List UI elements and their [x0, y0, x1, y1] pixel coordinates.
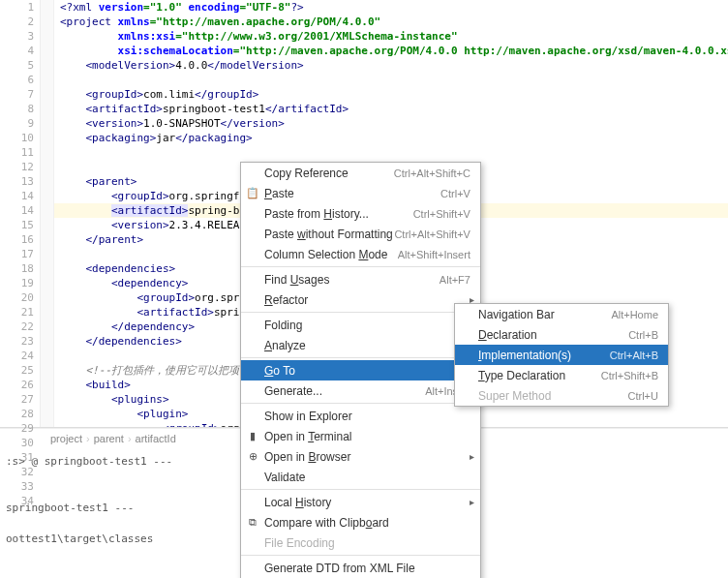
menu-item[interactable]: Generate...Alt+Insert: [241, 380, 480, 401]
code-line[interactable]: [54, 73, 728, 87]
menu-item[interactable]: Paste without FormattingCtrl+Alt+Shift+V: [241, 224, 480, 244]
menu-item[interactable]: ▮Open in Terminal: [241, 426, 480, 446]
code-line[interactable]: <groupId>com.limi</groupId>: [54, 87, 728, 102]
menu-item[interactable]: Analyze▸: [241, 335, 480, 355]
line-gutter: 1234567891011121314141516171819⟳20212223…: [0, 0, 41, 427]
menu-item[interactable]: Local History▸: [241, 492, 480, 512]
menu-icon: 📋: [245, 187, 260, 199]
menu-item[interactable]: Validate: [241, 467, 480, 487]
code-line[interactable]: xmlns:xsi="http://www.w3.org/2001/XMLSch…: [54, 29, 728, 44]
menu-icon: ▮: [245, 430, 260, 442]
gutter-icons: [41, 0, 54, 427]
menu-item[interactable]: Navigation BarAlt+Home: [455, 304, 668, 324]
menu-item[interactable]: Generate DTD from XML File: [241, 558, 480, 578]
menu-item[interactable]: Folding▸: [241, 315, 480, 335]
menu-item: Super MethodCtrl+U: [455, 385, 668, 406]
goto-submenu[interactable]: Navigation BarAlt+HomeDeclarationCtrl+BI…: [454, 303, 669, 407]
menu-item[interactable]: Copy ReferenceCtrl+Alt+Shift+C: [241, 163, 480, 183]
code-line[interactable]: <packaging>jar</packaging>: [54, 131, 728, 145]
menu-item[interactable]: ⧉Compare with Clipboard: [241, 512, 480, 532]
code-line[interactable]: [54, 145, 728, 160]
breadcrumb-item[interactable]: project: [50, 433, 82, 444]
menu-item[interactable]: Type DeclarationCtrl+Shift+B: [455, 365, 668, 385]
breadcrumb-item[interactable]: parent: [94, 433, 124, 444]
menu-item[interactable]: Find UsagesAlt+F7: [241, 269, 480, 289]
menu-item[interactable]: Show in Explorer: [241, 406, 480, 426]
menu-item[interactable]: 📋PasteCtrl+V: [241, 183, 480, 203]
code-line[interactable]: <artifactId>springboot-test1</artifactId…: [54, 102, 728, 116]
code-line[interactable]: xsi:schemaLocation="http://maven.apache.…: [54, 44, 728, 58]
code-line[interactable]: <project xmlns="http://maven.apache.org/…: [54, 15, 728, 29]
menu-item[interactable]: Implementation(s)Ctrl+Alt+B: [455, 345, 668, 365]
menu-item[interactable]: DeclarationCtrl+B: [455, 324, 668, 345]
menu-item[interactable]: ⊕Open in Browser▸: [241, 446, 480, 467]
breadcrumb-item[interactable]: artifactId: [136, 433, 176, 444]
menu-item[interactable]: Column Selection ModeAlt+Shift+Insert: [241, 244, 480, 264]
context-menu[interactable]: Copy ReferenceCtrl+Alt+Shift+C📋PasteCtrl…: [240, 162, 481, 578]
menu-item: File Encoding: [241, 532, 480, 553]
menu-item[interactable]: Refactor▸: [241, 289, 480, 310]
code-line[interactable]: <?xml version="1.0" encoding="UTF-8"?>: [54, 0, 728, 15]
menu-item[interactable]: Paste from History...Ctrl+Shift+V: [241, 203, 480, 224]
menu-item[interactable]: Go To▸: [241, 360, 480, 380]
menu-icon: ⊕: [245, 450, 260, 463]
code-line[interactable]: <version>1.0-SNAPSHOT</version>: [54, 116, 728, 131]
menu-icon: ⧉: [245, 516, 260, 529]
code-line[interactable]: <modelVersion>4.0.0</modelVersion>: [54, 58, 728, 73]
